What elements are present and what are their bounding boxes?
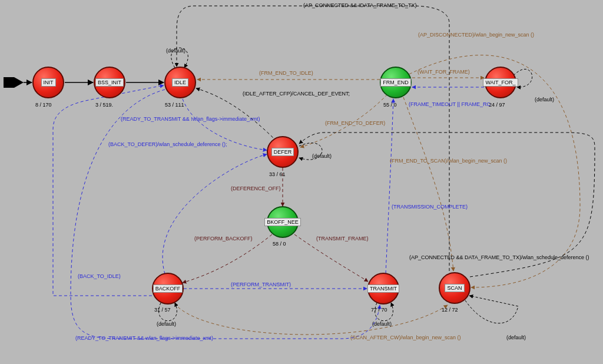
state-info: 33 / 61 (269, 171, 286, 177)
state-label: FRM_END (380, 78, 411, 87)
state-init[interactable]: INIT (32, 67, 64, 98)
state-defer[interactable]: DEFER (267, 136, 299, 168)
start-marker-box (4, 77, 14, 88)
state-info: 24 / 97 (489, 102, 505, 108)
state-label: BKOFF_NEE (264, 218, 301, 226)
state-idle[interactable]: IDLE (164, 67, 196, 98)
state-info: 8 / 170 (35, 102, 52, 108)
state-label: IDLE (172, 78, 188, 87)
state-info: 53 / 111 (165, 102, 184, 108)
state-info: 31 / 57 (154, 307, 171, 313)
state-label: BSS_INIT (95, 78, 124, 87)
state-transmit[interactable]: TRANSMIT (367, 273, 399, 305)
state-label: SCAN (445, 284, 464, 292)
state-scan[interactable]: SCAN (439, 272, 471, 304)
state-bss-init[interactable]: BSS_INIT (94, 67, 125, 98)
state-label: INIT (41, 78, 56, 87)
state-bkoff-nee[interactable]: BKOFF_NEE (267, 206, 299, 238)
state-frm-end[interactable]: FRM_END (380, 67, 412, 98)
state-info: 3 / 519. (95, 102, 113, 108)
state-backoff[interactable]: BACKOFF (152, 273, 184, 305)
state-info: 58 / 0 (273, 241, 286, 247)
edges-layer (0, 0, 603, 364)
state-diagram-canvas[interactable]: INIT 8 / 170 BSS_INIT 3 / 519. IDLE 53 /… (0, 0, 603, 364)
start-marker-arrow (14, 77, 24, 88)
state-label: BACKOFF (153, 284, 183, 293)
state-info: 12 / 72 (442, 307, 458, 313)
state-label: TRANSMIT (367, 284, 399, 293)
state-label: WAIT_FOR_ (483, 78, 518, 87)
state-wait-for[interactable]: WAIT_FOR_ (485, 67, 516, 98)
state-info: 77 / 70 (371, 307, 387, 313)
state-label: DEFER (271, 148, 294, 156)
state-info: 55 / 0 (383, 102, 397, 108)
